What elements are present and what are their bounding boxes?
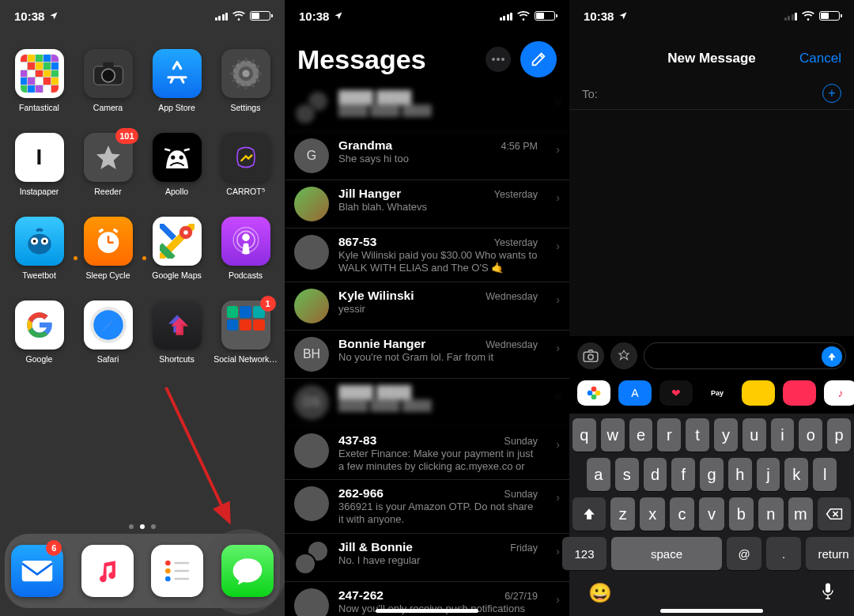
app-instapaper[interactable]: IInstapaper [8, 133, 71, 196]
app-safari[interactable]: Safari [77, 300, 140, 364]
app-google-maps[interactable]: Google Maps [145, 217, 209, 280]
appstore-app-icon[interactable]: A [618, 380, 652, 406]
camera-icon[interactable] [577, 342, 604, 369]
key-c[interactable]: c [670, 497, 694, 531]
to-field[interactable]: To: + [569, 77, 854, 110]
more-button[interactable] [486, 47, 511, 72]
app-label: Reeder [94, 187, 121, 196]
key-b[interactable]: b [729, 497, 754, 531]
key-z[interactable]: z [610, 497, 635, 531]
key-t[interactable]: t [686, 418, 709, 452]
key-l[interactable]: l [813, 458, 837, 491]
applepay-app-icon[interactable]: Pay [701, 380, 734, 406]
app-reminders[interactable]: Reminders [151, 545, 203, 597]
svg-point-36 [165, 569, 171, 574]
key-q[interactable]: q [572, 418, 596, 452]
memoji-overlay[interactable] [740, 409, 803, 414]
conversation-row[interactable]: DS████ ████████ ████ ████› [285, 379, 569, 427]
location-icon [49, 9, 59, 23]
key-y[interactable]: y [714, 418, 738, 452]
key-u[interactable]: u [743, 418, 766, 452]
key-h[interactable]: h [728, 458, 752, 491]
numbers-key[interactable]: 123 [562, 537, 606, 570]
app-messages[interactable]: Messages [221, 545, 274, 597]
conversation-row[interactable]: BHBonnie HangerWednesdayNo you're not Gr… [285, 331, 569, 379]
app-app-store[interactable]: App Store [145, 49, 209, 112]
app-shortcuts[interactable]: Shortcuts [145, 300, 209, 364]
app-music[interactable]: Music [81, 545, 134, 597]
conversation-name: 247-262 [338, 588, 384, 603]
conversation-row[interactable]: 437-83SundayExeter Finance: Make your pa… [285, 427, 569, 481]
app-icon[interactable] [783, 380, 816, 406]
key-a[interactable]: a [587, 458, 610, 491]
key-v[interactable]: v [699, 497, 724, 531]
key-w[interactable]: w [601, 418, 625, 452]
app-label: Shortcuts [159, 354, 194, 364]
compose-button[interactable] [520, 41, 557, 77]
conversation-row[interactable]: GGrandma4:56 PMShe says hi too› [285, 132, 569, 180]
key-m[interactable]: m [788, 497, 813, 531]
app-label: CARROT⁵ [226, 187, 264, 196]
app-mail[interactable]: 6Mail [11, 545, 63, 597]
home-indicator[interactable] [376, 609, 478, 613]
app-social-network-[interactable]: 1Social Network… [214, 300, 278, 364]
cancel-button[interactable]: Cancel [799, 51, 841, 66]
digitaltouch-app-icon[interactable]: ❤ [659, 380, 693, 406]
app-tweetbot[interactable]: Tweetbot [8, 217, 71, 280]
period-key[interactable]: . [766, 537, 801, 570]
shift-key[interactable] [572, 497, 606, 531]
key-o[interactable]: o [799, 418, 822, 452]
conversation-row[interactable]: Kyle WilinskiWednesdayyessir› [285, 282, 569, 331]
status-bar: 10:38 [569, 0, 854, 32]
key-p[interactable]: p [827, 418, 851, 452]
key-x[interactable]: x [640, 497, 664, 531]
conversation-time: Sunday [504, 436, 538, 447]
home-indicator[interactable] [660, 609, 763, 613]
delete-key[interactable] [818, 497, 851, 531]
app-reeder[interactable]: 101Reeder [77, 133, 140, 196]
conversation-row[interactable]: Jill & BonnieFridayNo. I have regular› [285, 534, 569, 582]
space-key[interactable]: space [611, 537, 722, 570]
app-podcasts[interactable]: Podcasts [214, 217, 278, 280]
app-sleep-cycle[interactable]: Sleep Cycle [77, 217, 140, 280]
svg-point-49 [595, 391, 601, 396]
key-s[interactable]: s [615, 458, 639, 491]
conversation-row[interactable]: 867-53YesterdayKyle Wilinski paid you $3… [285, 229, 569, 282]
app-google[interactable]: Google [8, 300, 71, 364]
key-r[interactable]: r [657, 418, 681, 452]
conversation-preview: ████ ████ ████ [338, 104, 538, 117]
conversation-row[interactable]: Jill HangerYesterdayBlah blah. Whatevs› [285, 180, 569, 229]
app-icon [221, 49, 270, 98]
key-f[interactable]: f [671, 458, 695, 491]
send-button[interactable] [822, 346, 842, 367]
chevron-right-icon: › [556, 545, 560, 557]
conversation-row[interactable]: 262-966Sunday366921 is your Amazon OTP. … [285, 480, 569, 534]
app-carrot-[interactable]: CARROT⁵ [214, 133, 278, 196]
key-e[interactable]: e [629, 418, 653, 452]
appstore-icon[interactable] [610, 342, 637, 369]
mic-key[interactable] [821, 581, 835, 605]
memoji-app-icon[interactable] [742, 380, 775, 406]
key-k[interactable]: k [784, 458, 808, 491]
chevron-right-icon: › [556, 438, 560, 451]
key-g[interactable]: g [700, 458, 724, 491]
app-settings[interactable]: Settings [214, 49, 278, 112]
music-app-icon[interactable]: ♪ [824, 380, 854, 406]
key-j[interactable]: j [757, 458, 780, 491]
app-camera[interactable]: Camera [77, 49, 140, 112]
message-input[interactable] [644, 342, 846, 369]
app-fantastical[interactable]: Fantastical [8, 49, 71, 112]
return-key[interactable]: return [806, 537, 854, 570]
emoji-key[interactable]: 😀 [588, 582, 612, 604]
add-recipient-button[interactable]: + [822, 84, 841, 103]
app-label: Tweetbot [22, 270, 56, 280]
key-n[interactable]: n [758, 497, 783, 531]
key-d[interactable]: d [644, 458, 667, 491]
photos-app-icon[interactable] [577, 380, 610, 406]
app-strip[interactable]: A ❤ Pay ♪ [569, 376, 854, 414]
key-i[interactable]: i [771, 418, 795, 452]
app-apollo[interactable]: Apollo [145, 133, 209, 196]
conversation-row[interactable]: ████ ████████ ████ ████› [285, 84, 569, 132]
svg-point-44 [501, 58, 504, 61]
at-key[interactable]: @ [727, 537, 761, 570]
